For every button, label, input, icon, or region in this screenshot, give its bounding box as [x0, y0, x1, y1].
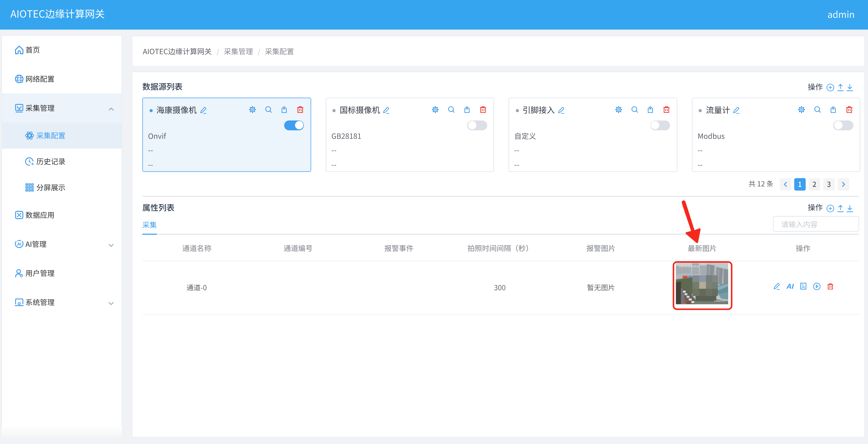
svg-text:AI: AI	[18, 242, 22, 246]
svg-text:Camera 01: Camera 01	[714, 299, 725, 302]
svg-text:2025-09-28 09:35:29: 2025-09-28 09:35:29	[679, 265, 699, 268]
